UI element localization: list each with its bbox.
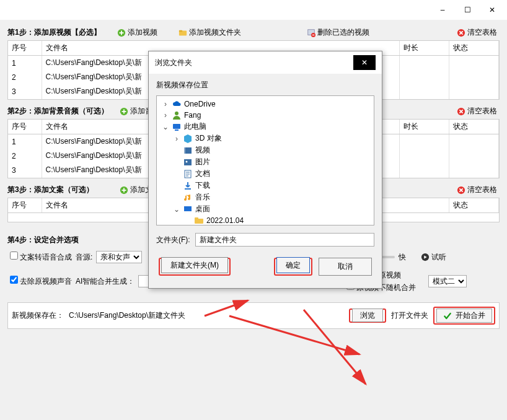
svg-rect-21 <box>195 217 198 219</box>
tree-label: 下载 <box>195 180 210 191</box>
step3-label: 第3步：添加文案（可选） <box>7 185 94 195</box>
desk-icon <box>183 204 193 214</box>
svg-point-11 <box>175 112 179 115</box>
step1-toolbar: 第1步：添加原视频【必选】 添加视频 添加视频文件夹 删除已选的视频 清空表格 <box>7 25 500 40</box>
col-state[interactable]: 状态 <box>449 41 499 56</box>
user-icon <box>172 110 182 120</box>
tree-node[interactable]: ⌄此电脑 <box>158 121 373 133</box>
close-red-icon <box>457 186 465 195</box>
clear-table3-button[interactable]: 清空表格 <box>454 185 500 195</box>
try-listen-button[interactable]: 试听 <box>418 252 449 263</box>
dialog-title: 浏览文件夹 <box>155 58 192 68</box>
col-no[interactable]: 序号 <box>8 41 42 56</box>
doc-icon <box>183 169 193 179</box>
plus-icon <box>120 186 128 195</box>
tree-node[interactable]: ⌄桌面 <box>158 203 373 215</box>
dialog-caption: 新视频保存位置 <box>156 80 374 90</box>
svg-rect-12 <box>173 124 180 129</box>
folder-field-label: 文件夹(F): <box>156 235 190 245</box>
delete-icon <box>307 28 315 37</box>
clear-table2-button[interactable]: 清空表格 <box>454 106 500 116</box>
cloud-icon <box>172 99 182 109</box>
save-row: 新视频保存在： C:\Users\Fang\Desktop\新建文件夹 浏览 打… <box>7 302 500 329</box>
minimize-button[interactable]: – <box>430 1 455 19</box>
play-icon <box>421 253 430 261</box>
folder-tree[interactable]: ›OneDrive›Fang⌄此电脑›3D 对象视频图片文档下载音乐⌄桌面202… <box>156 95 374 225</box>
tree-label: 此电脑 <box>184 121 206 132</box>
pc-icon <box>172 122 182 132</box>
cancel-button[interactable]: 取消 <box>319 258 372 276</box>
plus-icon <box>120 107 128 116</box>
maximize-button[interactable]: ☐ <box>455 1 480 19</box>
check-icon <box>443 312 452 320</box>
plus-icon <box>117 28 126 37</box>
step2-label: 第2步：添加背景音频（可选） <box>7 106 108 116</box>
close-red-icon <box>457 28 465 37</box>
dialog-close-button[interactable]: ✕ <box>353 55 376 70</box>
add-video-folder-button[interactable]: 添加视频文件夹 <box>176 27 244 38</box>
new-folder-button[interactable]: 新建文件夹(M) <box>161 257 228 273</box>
clear-table1-button[interactable]: 清空表格 <box>454 27 500 38</box>
ai-gen-label: AI智能合并生成： <box>76 276 134 287</box>
expand-icon[interactable]: ⌄ <box>173 205 180 214</box>
tree-label: 文档 <box>195 168 210 179</box>
svg-rect-19 <box>184 206 192 211</box>
tree-label: 图片 <box>195 157 210 167</box>
close-red-icon <box>457 107 465 116</box>
expand-icon[interactable]: › <box>162 100 169 108</box>
mode-select[interactable]: 模式二 <box>428 275 467 287</box>
add-video-button[interactable]: 添加视频 <box>115 27 160 38</box>
down-icon <box>183 181 193 191</box>
music-icon <box>183 193 193 203</box>
window-titlebar: – ☐ ✕ <box>0 0 507 20</box>
delete-selected-button[interactable]: 删除已选的视频 <box>304 27 372 38</box>
browse-folder-dialog: 浏览文件夹 ✕ 新视频保存位置 ›OneDrive›Fang⌄此电脑›3D 对象… <box>148 51 382 289</box>
speed-max-label: 快 <box>399 252 406 263</box>
col-dur[interactable]: 时长 <box>400 41 449 56</box>
step4-label: 第4步：设定合并选项 <box>7 235 79 244</box>
tree-label: 3D 对象 <box>195 133 222 144</box>
tree-node[interactable]: 文档 <box>158 168 373 180</box>
tts-source-label: 音源: <box>76 252 92 263</box>
start-merge-button[interactable]: 开始合并 <box>436 308 492 323</box>
folder-icon <box>194 216 204 225</box>
svg-rect-20 <box>195 219 203 224</box>
remove-audio-checkbox[interactable]: 去除原视频声音 <box>10 276 72 287</box>
tree-node[interactable]: 音乐 <box>158 191 373 203</box>
tree-node[interactable]: ›OneDrive <box>158 98 373 110</box>
tree-node[interactable]: 图片 <box>158 156 373 168</box>
ok-button[interactable]: 确定 <box>276 257 310 273</box>
tree-label: 音乐 <box>195 192 210 203</box>
svg-rect-13 <box>175 129 179 131</box>
svg-rect-15 <box>184 147 185 154</box>
folder-icon <box>179 28 187 37</box>
svg-rect-16 <box>184 159 192 165</box>
folder-name-input[interactable] <box>195 233 374 247</box>
tree-node[interactable]: 视频 <box>158 144 373 156</box>
expand-icon[interactable]: › <box>162 111 169 120</box>
tree-node[interactable]: ›3D 对象 <box>158 133 373 144</box>
image-icon <box>183 157 193 167</box>
tts-voice-select[interactable]: 亲和女声 <box>96 251 142 263</box>
video-icon <box>183 146 193 155</box>
save-path: C:\Users\Fang\Desktop\新建文件夹 <box>69 310 344 321</box>
tts-checkbox[interactable]: 文案转语音合成 <box>10 252 72 263</box>
tree-label: 桌面 <box>195 204 210 214</box>
tree-label: OneDrive <box>184 100 216 108</box>
browse-button[interactable]: 浏览 <box>352 308 383 322</box>
save-label: 新视频保存在： <box>12 310 64 321</box>
step1-label: 第1步：添加原视频【必选】 <box>7 27 101 38</box>
svg-point-17 <box>186 160 188 162</box>
close-button[interactable]: ✕ <box>480 1 505 19</box>
tree-node[interactable]: 2022.01.04 <box>158 215 373 225</box>
tree-label: Fang <box>184 111 201 120</box>
tree-node[interactable]: 下载 <box>158 180 373 191</box>
tree-node[interactable]: ›Fang <box>158 110 373 121</box>
svg-rect-2 <box>179 30 182 32</box>
expand-icon[interactable]: › <box>173 134 180 143</box>
expand-icon[interactable]: ⌄ <box>162 123 169 131</box>
tree-label: 2022.01.04 <box>206 216 244 225</box>
tree-label: 视频 <box>195 145 210 155</box>
open-folder-link[interactable]: 打开文件夹 <box>391 310 428 321</box>
cube-icon <box>183 134 193 144</box>
